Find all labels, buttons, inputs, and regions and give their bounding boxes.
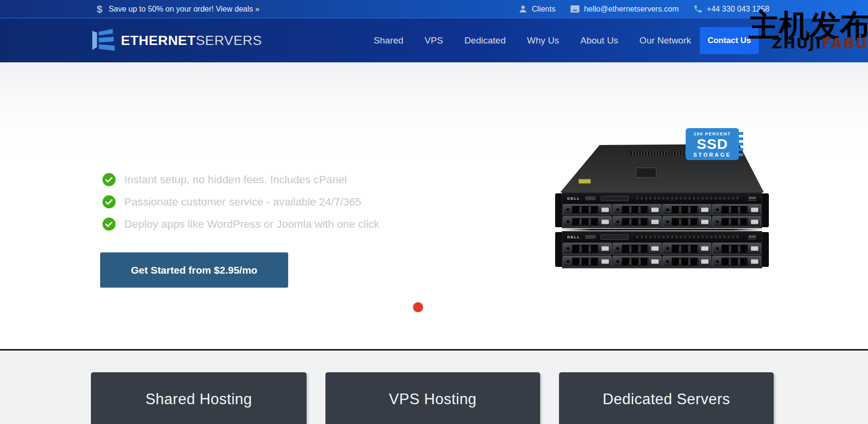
feature-text: Passionate customer service - available … — [124, 196, 361, 208]
drive-bay — [712, 204, 761, 215]
topbar: $ Save up to 50% on your order! View dea… — [0, 0, 868, 18]
check-icon — [103, 218, 116, 231]
phone-text: +44 330 043 1258 — [707, 5, 769, 14]
page: $ Save up to 50% on your order! View dea… — [0, 0, 868, 424]
email-text: hello@ethernetservers.com — [584, 5, 679, 14]
contact-us-button[interactable]: Contact Us — [700, 27, 759, 54]
topbar-contact-group: Clients hello@ethernetservers.com +44 33… — [518, 4, 769, 14]
drive-bay — [662, 256, 711, 268]
get-started-button[interactable]: Get Started from $2.95/mo — [100, 252, 288, 288]
clients-link[interactable]: Clients — [518, 4, 556, 14]
dollar-icon: $ — [97, 4, 103, 14]
card-title: Dedicated Servers — [603, 391, 730, 424]
card-dedicated-servers[interactable]: Dedicated Servers — [559, 372, 774, 424]
server-brand-label: DELL — [567, 235, 580, 239]
nav-shared[interactable]: Shared — [374, 35, 403, 46]
drive-bay — [613, 216, 662, 227]
drive-bay — [563, 256, 612, 268]
server-brand-label: DELL — [567, 196, 580, 201]
feature-item: Deploy apps like WordPress or Joomla wit… — [103, 218, 379, 231]
drive-bay — [662, 243, 711, 255]
brand-icon — [91, 27, 116, 55]
drive-bay-grid — [562, 242, 762, 268]
phone-link[interactable]: +44 330 043 1258 — [693, 4, 769, 14]
dvd-label: DVD — [748, 235, 757, 239]
server-image: 100 PERCENT SSD STORAGE DELL DVD — [555, 140, 769, 334]
main-nav: Shared VPS Dedicated Why Us About Us Our… — [374, 35, 691, 46]
brand-name: ETHERNETSERVERS — [121, 33, 262, 48]
feature-text: Instant setup, no hidden fees. Includes … — [124, 174, 347, 186]
card-title: Shared Hosting — [146, 391, 252, 424]
promo-link[interactable]: $ Save up to 50% on your order! View dea… — [97, 4, 260, 14]
check-icon — [103, 195, 116, 208]
logo[interactable]: ETHERNETSERVERS — [91, 27, 262, 55]
drive-bay — [712, 256, 761, 268]
drive-bay — [563, 216, 612, 227]
server-unit: DELL DVD — [555, 192, 769, 228]
drive-bay — [563, 243, 612, 255]
card-title: VPS Hosting — [389, 391, 476, 424]
header: ETHERNETSERVERS Shared VPS Dedicated Why… — [0, 18, 868, 62]
drive-bay-grid — [562, 204, 762, 228]
carousel-dot[interactable] — [413, 302, 423, 312]
drive-bay — [712, 243, 761, 255]
envelope-icon — [570, 5, 580, 13]
drive-bay — [613, 256, 662, 268]
nav-why-us[interactable]: Why Us — [527, 35, 559, 46]
drive-bay — [662, 216, 711, 227]
phone-icon — [693, 4, 703, 14]
nav-our-network[interactable]: Our Network — [639, 35, 691, 46]
card-vps-hosting[interactable]: VPS Hosting — [325, 372, 540, 424]
nav-about-us[interactable]: About Us — [580, 35, 618, 46]
services-section: Shared Hosting VPS Hosting Dedicated Ser… — [0, 351, 868, 424]
person-icon — [518, 4, 528, 14]
clients-label: Clients — [532, 5, 556, 14]
hero-section: Instant setup, no hidden fees. Includes … — [0, 63, 868, 349]
drive-bay — [613, 243, 662, 255]
check-icon — [103, 173, 116, 186]
feature-text: Deploy apps like WordPress or Joomla wit… — [124, 218, 379, 231]
feature-item: Instant setup, no hidden fees. Includes … — [103, 173, 347, 186]
email-link[interactable]: hello@ethernetservers.com — [570, 5, 679, 14]
nav-vps[interactable]: VPS — [425, 35, 443, 46]
nav-dedicated[interactable]: Dedicated — [464, 35, 506, 46]
drive-bay — [662, 204, 711, 215]
ssd-storage-badge: 100 PERCENT SSD STORAGE — [686, 128, 739, 160]
drive-bay — [563, 204, 612, 215]
card-shared-hosting[interactable]: Shared Hosting — [91, 372, 307, 424]
dvd-label: DVD — [748, 196, 757, 201]
feature-item: Passionate customer service - available … — [103, 195, 361, 208]
drive-bay — [613, 204, 662, 215]
promo-text: Save up to 50% on your order! View deals… — [109, 5, 260, 14]
server-unit: DELL DVD — [555, 231, 769, 268]
drive-bay — [712, 216, 761, 227]
ssd-badge-teeth — [739, 132, 743, 156]
